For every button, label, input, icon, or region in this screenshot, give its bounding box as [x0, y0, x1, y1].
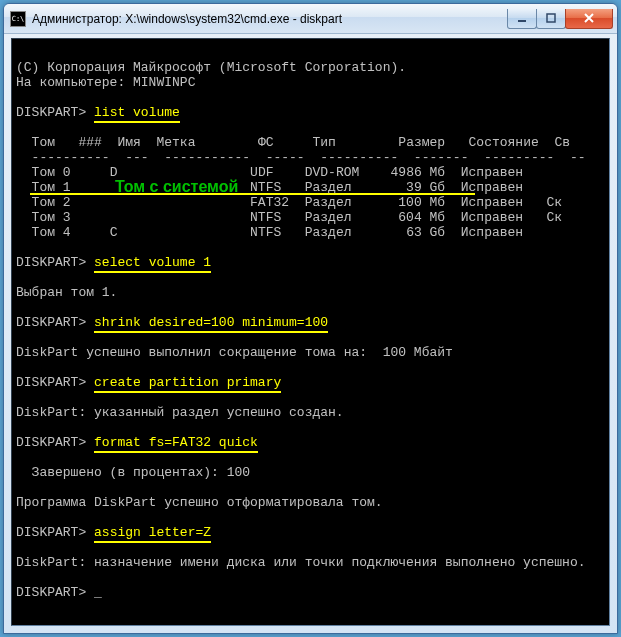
cmd-list-volume: list volume [94, 105, 180, 123]
copyright-line: (C) Корпорация Майкрософт (Microsoft Cor… [16, 60, 406, 75]
hdr-num: ### [78, 135, 101, 150]
resp-create: DiskPart: указанный раздел успешно созда… [16, 405, 344, 420]
titlebar[interactable]: C:\ Администратор: X:\windows\system32\c… [4, 4, 617, 34]
resp-assign: DiskPart: назначение имени диска или точ… [16, 555, 586, 570]
cmd-create-partition: create partition primary [94, 375, 281, 393]
window-controls [508, 9, 613, 29]
hdr-tom: Том [32, 135, 55, 150]
resp-select: Выбран том 1. [16, 285, 117, 300]
hdr-state: Состояние [469, 135, 539, 150]
resp-format-done: Программа DiskPart успешно отформатирова… [16, 495, 383, 510]
cursor[interactable]: _ [94, 585, 102, 600]
cmd-assign: assign letter=Z [94, 525, 211, 543]
prompt: DISKPART> [16, 435, 86, 450]
svg-rect-0 [518, 20, 526, 22]
table-row: Том 2 FAT32 Раздел 100 Мб Исправен Ск [32, 195, 563, 210]
console-area[interactable]: (C) Корпорация Майкрософт (Microsoft Cor… [11, 38, 610, 626]
hdr-name: Имя [117, 135, 140, 150]
minimize-button[interactable] [507, 9, 537, 29]
cmd-select-volume: select volume 1 [94, 255, 211, 273]
maximize-button[interactable] [536, 9, 566, 29]
close-icon [583, 13, 595, 23]
cmd-shrink: shrink desired=100 minimum=100 [94, 315, 328, 333]
hdr-label: Метка [156, 135, 195, 150]
prompt: DISKPART> [16, 105, 86, 120]
prompt: DISKPART> [16, 375, 86, 390]
resp-format-progress: Завершено (в процентах): 100 [16, 465, 250, 480]
console-output: (C) Корпорация Майкрософт (Microsoft Cor… [12, 39, 609, 606]
hdr-sv: Св [554, 135, 570, 150]
table-row: Том 3 NTFS Раздел 604 Мб Исправен Ск [32, 210, 563, 225]
prompt: DISKPART> [16, 315, 86, 330]
highlight-underline [30, 193, 475, 195]
hdr-fs: ФС [258, 135, 274, 150]
resp-shrink: DiskPart успешно выполнил сокращение том… [16, 345, 453, 360]
prompt: DISKPART> [16, 255, 86, 270]
prompt: DISKPART> [16, 585, 86, 600]
hdr-size: Размер [398, 135, 445, 150]
minimize-icon [517, 13, 527, 23]
cmd-format: format fs=FAT32 quick [94, 435, 258, 453]
window-title: Администратор: X:\windows\system32\cmd.e… [32, 12, 508, 26]
close-button[interactable] [565, 9, 613, 29]
window-frame: C:\ Администратор: X:\windows\system32\c… [3, 3, 618, 634]
svg-rect-1 [547, 14, 555, 22]
host-line: На компьютере: MINWINPC [16, 75, 195, 90]
cmd-icon: C:\ [10, 11, 26, 27]
table-row: Том 0 D UDF DVD-ROM 4986 Мб Исправен [32, 165, 524, 180]
table-row: Том 4 C NTFS Раздел 63 Gб Исправен [32, 225, 524, 240]
prompt: DISKPART> [16, 525, 86, 540]
hdr-type: Тип [313, 135, 336, 150]
maximize-icon [546, 13, 556, 23]
